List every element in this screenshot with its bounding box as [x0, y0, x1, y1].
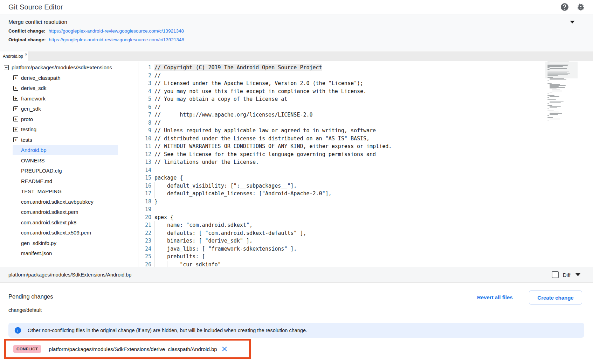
tree-item-label: derive_sdk	[21, 85, 47, 91]
create-change-button[interactable]: Create change	[529, 290, 582, 304]
tree-item-proto[interactable]: +proto	[0, 114, 138, 125]
line-number: 25	[138, 253, 154, 260]
code-line[interactable]: 1// Copyright (C) 2019 The Android Open …	[138, 64, 593, 72]
tree-item-com-android-sdkext-pk8[interactable]: com.android.sdkext.pk8	[0, 217, 138, 228]
expand-icon[interactable]: +	[13, 106, 18, 111]
code-line[interactable]: 22 defaults: [ "com.android.sdkext-defau…	[138, 229, 593, 237]
code-text: binaries: [ "derive_sdk" ],	[154, 238, 253, 244]
code-line[interactable]: 14	[138, 166, 593, 174]
code-line[interactable]: 11// WITHOUT WARRANTIES OR CONDITIONS OF…	[138, 142, 593, 150]
collapse-icon[interactable]: −	[4, 65, 9, 70]
line-number: 1	[138, 64, 154, 71]
indent-guide	[154, 253, 155, 261]
code-text: java_libs: [ "framework-sdkextensions" ]…	[154, 246, 297, 252]
minimap-line	[547, 80, 549, 81]
tree-item-label: PREUPLOAD.cfg	[21, 168, 62, 174]
tree-item-test-mapping[interactable]: TEST_MAPPING	[0, 186, 138, 197]
tree-item-manifest-json[interactable]: manifest.json	[0, 248, 138, 259]
line-number: 11	[138, 143, 154, 149]
code-line[interactable]: 18}	[138, 198, 593, 206]
line-number: 9	[138, 127, 154, 134]
code-line[interactable]: 2//	[138, 72, 593, 80]
tree-item-derive-sdk[interactable]: +derive_sdk	[0, 83, 138, 93]
indent-guide	[154, 182, 155, 190]
tree-item-com-android-sdkext-x509-pem[interactable]: com.android.sdkext.x509.pem	[0, 227, 138, 238]
diff-dropdown-chevron-icon[interactable]	[575, 273, 580, 276]
minimap-line	[550, 102, 561, 103]
expand-icon[interactable]: +	[13, 137, 18, 142]
code-text: }	[154, 198, 158, 205]
code-line[interactable]: 23 binaries: [ "derive_sdk" ],	[138, 237, 593, 245]
conflict-change-row: Conflict change: https://googleplex-andr…	[8, 28, 184, 34]
code-line[interactable]: 8//	[138, 119, 593, 127]
bug-icon[interactable]	[576, 2, 585, 12]
code-line[interactable]: 25 prebuilts: [	[138, 253, 593, 261]
pending-changes-title: Pending changes	[8, 293, 53, 300]
tree-item-com-android-sdkext-pem[interactable]: com.android.sdkext.pem	[0, 207, 138, 217]
diff-checkbox[interactable]	[552, 271, 559, 278]
code-line[interactable]: 5// You may obtain a copy of the License…	[138, 95, 593, 103]
minimap-line	[547, 82, 575, 82]
minimap-slider[interactable]	[545, 62, 578, 78]
tree-item-label: gen_sdkinfo.py	[21, 240, 56, 246]
tab-android-bp[interactable]: Android.bp ×	[0, 51, 28, 61]
editor-minimap[interactable]	[547, 62, 575, 124]
expand-icon[interactable]: +	[13, 75, 18, 80]
conflict-status-badge: CONFLICT	[13, 345, 41, 353]
code-line[interactable]: 21 name: "com.android.sdkext",	[138, 221, 593, 229]
code-line[interactable]: 24 java_libs: [ "framework-sdkextensions…	[138, 245, 593, 253]
tree-item-android-bp[interactable]: Android.bp	[0, 145, 138, 155]
tree-item-gen-sdkinfo-py[interactable]: gen_sdkinfo.py	[0, 238, 138, 248]
line-number: 10	[138, 135, 154, 142]
tree-item-derive-classpath[interactable]: +derive_classpath	[0, 73, 138, 83]
revert-all-files-button[interactable]: Revert all files	[477, 294, 513, 300]
tree-item-tests[interactable]: +tests	[0, 135, 138, 145]
help-icon[interactable]	[560, 2, 569, 12]
tree-item-owners[interactable]: OWNERS	[0, 155, 138, 166]
code-line[interactable]: 15package {	[138, 174, 593, 182]
tree-item-label: testing	[21, 126, 36, 132]
collapse-panel-chevron-icon[interactable]	[570, 21, 575, 23]
code-line[interactable]: 4// you may not use this file except in …	[138, 88, 593, 96]
minimap-line	[550, 84, 560, 85]
code-line[interactable]: 9// Unless required by applicable law or…	[138, 127, 593, 135]
line-number: 8	[138, 120, 154, 126]
tree-item-platform-packages-modules-sdkextensions[interactable]: −platform/packages/modules/SdkExtensions	[0, 62, 138, 73]
conflict-close-icon[interactable]	[221, 345, 228, 353]
expand-icon[interactable]: +	[13, 117, 18, 121]
code-line[interactable]: 7// http://www.apache.org/licenses/LICEN…	[138, 111, 593, 119]
minimap-line	[550, 119, 560, 119]
tree-item-readme-md[interactable]: README.md	[0, 176, 138, 187]
minimap-line	[550, 87, 565, 88]
expand-icon[interactable]: +	[13, 96, 18, 101]
code-editor[interactable]: 1// Copyright (C) 2019 The Android Open …	[138, 62, 593, 267]
code-line[interactable]: 3// Licensed under the Apache License, V…	[138, 79, 593, 88]
code-line[interactable]: 26 "cur_sdkinfo"	[138, 261, 593, 267]
expand-icon[interactable]: +	[13, 86, 18, 91]
original-change-link[interactable]: https://googleplex-android-review.google…	[49, 37, 184, 42]
minimap-line	[550, 114, 558, 115]
tree-item-gen-sdk[interactable]: +gen_sdk	[0, 104, 138, 114]
code-line[interactable]: 20apex {	[138, 214, 593, 222]
code-line[interactable]: 6//	[138, 103, 593, 111]
info-banner: Other non-conflicting files in the origi…	[8, 323, 584, 338]
code-line[interactable]: 10// distributed under the License is di…	[138, 135, 593, 143]
minimap-line	[547, 99, 556, 100]
tab-close-icon[interactable]: ×	[25, 52, 27, 57]
tree-item-com-android-sdkext-avbpubkey[interactable]: com.android.sdkext.avbpubkey	[0, 197, 138, 207]
license-url[interactable]: http://www.apache.org/licenses/LICENSE-2…	[180, 112, 312, 118]
code-line[interactable]: 13// limitations under the License.	[138, 158, 593, 166]
code-text: //	[154, 120, 161, 126]
expand-icon[interactable]: +	[13, 127, 18, 132]
code-text: default_applicable_licenses: ["Android-A…	[154, 190, 332, 197]
editor-scrollbar-track[interactable]	[587, 62, 587, 267]
code-line[interactable]: 12// See the License for the specific la…	[138, 150, 593, 159]
tree-item-preupload-cfg[interactable]: PREUPLOAD.cfg	[0, 166, 138, 176]
code-line[interactable]: 17 default_applicable_licenses: ["Androi…	[138, 190, 593, 198]
tree-item-testing[interactable]: +testing	[0, 124, 138, 135]
code-line[interactable]: 16 default_visibility: [":__subpackages_…	[138, 182, 593, 190]
conflict-change-link[interactable]: https://googleplex-android-review.google…	[49, 28, 184, 34]
tree-item-framework[interactable]: +framework	[0, 93, 138, 104]
code-line[interactable]: 19	[138, 205, 593, 214]
line-number: 4	[138, 88, 154, 94]
